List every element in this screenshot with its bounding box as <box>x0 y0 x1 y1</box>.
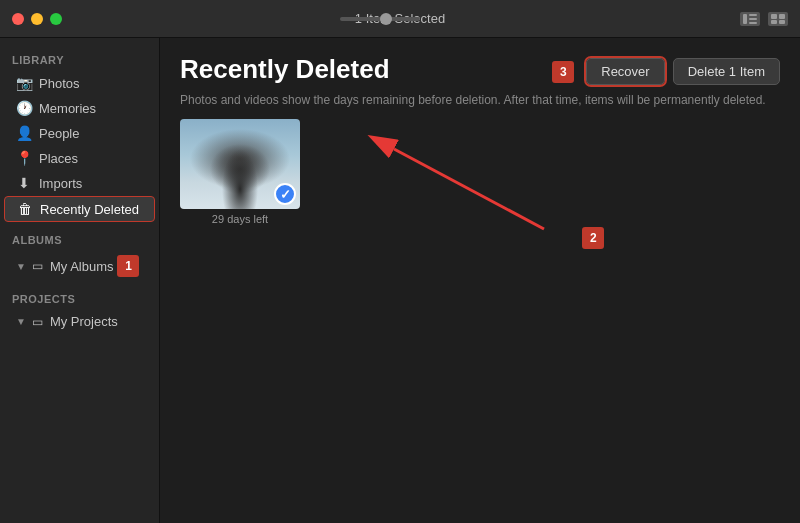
sidebar-item-places[interactable]: 📍 Places <box>4 146 155 170</box>
svg-rect-7 <box>779 20 785 24</box>
svg-rect-6 <box>771 20 777 24</box>
sidebar-item-recently-deleted-label: Recently Deleted <box>40 202 139 217</box>
content-area: Recently Deleted 3 Recover Delete 1 Item… <box>160 38 800 523</box>
svg-rect-2 <box>749 18 757 20</box>
title-bar: 1 Item Selected <box>0 0 800 38</box>
photos-icon: 📷 <box>16 75 32 91</box>
chevron-icon: ▼ <box>16 261 26 272</box>
library-section-label: Library <box>0 50 159 70</box>
minimize-button[interactable] <box>31 13 43 25</box>
photo-thumbnail[interactable]: ✓ <box>180 119 300 209</box>
slider-thumb <box>380 13 392 25</box>
chevron-icon-2: ▼ <box>16 316 26 327</box>
sidebar: Library 📷 Photos 🕐 Memories 👤 People 📍 P… <box>0 38 160 523</box>
photo-selected-checkmark: ✓ <box>274 183 296 205</box>
page-title: Recently Deleted <box>180 54 390 85</box>
annotation-badge-1: 1 <box>117 255 139 277</box>
sidebar-item-photos-label: Photos <box>39 76 79 91</box>
header-actions: 3 Recover Delete 1 Item <box>552 58 780 85</box>
slider-track <box>340 17 420 21</box>
people-icon: 👤 <box>16 125 32 141</box>
sidebar-item-imports[interactable]: ⬇ Imports <box>4 171 155 195</box>
photo-item[interactable]: ✓ 29 days left <box>180 119 300 225</box>
trash-icon: 🗑 <box>17 201 33 217</box>
photo-days-left: 29 days left <box>180 213 300 225</box>
content-subtitle: Photos and videos show the days remainin… <box>160 93 800 119</box>
sidebar-item-recently-deleted[interactable]: 🗑 Recently Deleted <box>4 196 155 222</box>
sidebar-item-people[interactable]: 👤 People <box>4 121 155 145</box>
sidebar-item-my-albums[interactable]: ▼ ▭ My Albums 1 <box>4 251 155 281</box>
photo-grid: ✓ 29 days left 2 <box>160 119 800 523</box>
memories-icon: 🕐 <box>16 100 32 116</box>
annotation-area: 2 <box>364 129 624 249</box>
sidebar-toggle-icon[interactable] <box>740 12 760 26</box>
title-bar-icons <box>740 12 788 26</box>
sidebar-item-photos[interactable]: 📷 Photos <box>4 71 155 95</box>
view-toggle-icon[interactable] <box>768 12 788 26</box>
main-layout: Library 📷 Photos 🕐 Memories 👤 People 📍 P… <box>0 38 800 523</box>
maximize-button[interactable] <box>50 13 62 25</box>
sidebar-item-imports-label: Imports <box>39 176 82 191</box>
sidebar-item-my-projects-label: My Projects <box>50 314 118 329</box>
sidebar-item-my-albums-label: My Albums <box>50 259 114 274</box>
annotation-badge-2-container: 2 <box>582 227 604 249</box>
close-button[interactable] <box>12 13 24 25</box>
sidebar-item-people-label: People <box>39 126 79 141</box>
delete-button[interactable]: Delete 1 Item <box>673 58 780 85</box>
red-arrow-svg <box>364 129 584 239</box>
sidebar-item-memories[interactable]: 🕐 Memories <box>4 96 155 120</box>
svg-rect-1 <box>749 14 757 16</box>
albums-section-label: Albums <box>0 230 159 250</box>
traffic-lights <box>12 13 62 25</box>
sidebar-item-places-label: Places <box>39 151 78 166</box>
sidebar-item-memories-label: Memories <box>39 101 96 116</box>
svg-rect-5 <box>779 14 785 19</box>
svg-rect-3 <box>749 22 757 24</box>
projects-icon: ▭ <box>30 315 46 329</box>
annotation-badge-3: 3 <box>552 61 574 83</box>
sidebar-item-my-projects[interactable]: ▼ ▭ My Projects <box>4 310 155 333</box>
annotation-badge-2: 2 <box>582 227 604 249</box>
zoom-slider[interactable] <box>340 17 420 21</box>
content-header: Recently Deleted 3 Recover Delete 1 Item <box>160 38 800 93</box>
places-icon: 📍 <box>16 150 32 166</box>
projects-section-label: Projects <box>0 289 159 309</box>
recover-button[interactable]: Recover <box>586 58 664 85</box>
svg-rect-4 <box>771 14 777 19</box>
svg-line-9 <box>394 149 544 229</box>
albums-icon: ▭ <box>30 259 46 273</box>
svg-rect-0 <box>743 14 747 24</box>
imports-icon: ⬇ <box>16 175 32 191</box>
